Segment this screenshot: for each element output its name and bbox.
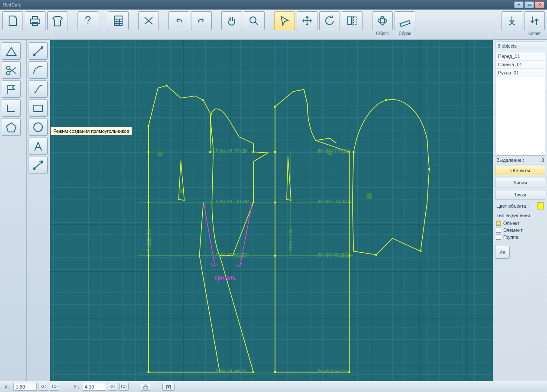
flag-icon <box>5 83 18 95</box>
selection-label: Выделение : <box>496 157 524 163</box>
split-v-button[interactable] <box>502 11 522 30</box>
rename-button[interactable]: AB <box>495 246 510 259</box>
pan-button[interactable] <box>221 11 242 30</box>
line-icon <box>32 45 45 57</box>
svg-text:ЛИНИЯ  НИЗА: ЛИНИЯ НИЗА <box>317 369 348 374</box>
list-item[interactable]: Перед_01 <box>495 52 545 61</box>
question-icon <box>81 15 94 27</box>
printer-icon <box>29 15 42 27</box>
tooltip: Режим создания прямоугольников <box>50 127 132 135</box>
svg-rect-58 <box>353 151 355 153</box>
svg-text:срезать: срезать <box>214 274 236 281</box>
delete-button[interactable] <box>138 11 159 30</box>
check-element[interactable]: Элемент <box>495 227 545 234</box>
move-button[interactable] <box>297 11 317 30</box>
tool-arc[interactable] <box>29 61 48 79</box>
undo-button[interactable] <box>168 11 189 30</box>
print-button[interactable] <box>25 11 45 30</box>
curve-icon <box>32 83 45 95</box>
svg-text:ЛИНИЯ  ТАЛИИ: ЛИНИЯ ТАЛИИ <box>215 199 249 204</box>
arc-icon <box>32 64 45 76</box>
svg-text:РАВЕНСА: РАВЕНСА <box>146 229 152 251</box>
color-swatch[interactable] <box>537 202 544 209</box>
svg-rect-52 <box>274 371 276 373</box>
svg-point-15 <box>380 16 385 25</box>
svg-rect-11 <box>348 17 352 25</box>
tool-line[interactable] <box>29 42 48 60</box>
object-list[interactable]: Перед_01 Спинка_01 Рукав_01 <box>495 52 545 156</box>
reset-rotate-button[interactable] <box>372 11 393 30</box>
select-button[interactable] <box>274 11 295 30</box>
checkbox-icon <box>496 235 501 240</box>
svg-rect-73 <box>144 386 147 389</box>
svg-line-10 <box>255 22 258 25</box>
file-icon <box>6 15 19 27</box>
mirror-button[interactable] <box>342 11 363 30</box>
help-button[interactable] <box>78 11 98 30</box>
x-inc-button[interactable]: C> <box>50 383 59 391</box>
svg-text:ЛИНИЯ  БЕДЕР: ЛИНИЯ БЕДЕР <box>317 252 351 257</box>
hand-icon <box>225 15 238 27</box>
drawing-canvas[interactable]: Режим создания прямоугольников <box>50 40 493 381</box>
tool-shape[interactable] <box>2 119 21 136</box>
y-dec-button[interactable]: <C <box>108 383 117 391</box>
redo-button[interactable] <box>191 11 212 30</box>
new-document-button[interactable] <box>2 11 23 30</box>
svg-rect-46 <box>252 202 254 203</box>
lock-button[interactable] <box>141 383 150 391</box>
snap-button[interactable] <box>162 383 175 391</box>
y-inc-button[interactable]: C> <box>119 383 129 391</box>
svg-rect-16 <box>400 20 410 26</box>
svg-line-21 <box>35 48 42 55</box>
svg-rect-57 <box>385 100 387 101</box>
reset-label-2: Сброс <box>398 31 411 36</box>
check-object[interactable]: Объект <box>495 220 545 227</box>
lock-icon <box>143 384 148 389</box>
calculator-button[interactable] <box>108 11 129 30</box>
app-title: RedCafe <box>3 2 21 7</box>
minimize-button[interactable]: – <box>514 1 524 8</box>
tool-text[interactable] <box>29 138 48 155</box>
tool-triangle[interactable] <box>2 42 21 60</box>
filter-lines-button[interactable]: Линии <box>495 178 545 187</box>
close-button[interactable]: × <box>535 1 544 8</box>
polygon-icon <box>5 121 18 133</box>
svg-point-23 <box>34 123 42 132</box>
zoom-button[interactable] <box>244 11 265 30</box>
status-bar: X : 1.60 <C C> Y : 4.19 <C C> <box>0 381 547 392</box>
maximize-button[interactable]: ▭ <box>524 1 534 8</box>
copy-button[interactable] <box>524 11 545 30</box>
check-group[interactable]: Группа <box>495 234 545 241</box>
svg-rect-59 <box>428 168 430 170</box>
garment-button[interactable] <box>47 11 68 30</box>
tool-circle[interactable] <box>29 119 48 136</box>
tshirt-icon <box>51 15 64 27</box>
list-item[interactable]: Рукав_01 <box>495 69 545 77</box>
y-label: Y : <box>71 384 81 389</box>
mirror-icon <box>346 15 359 27</box>
svg-rect-51 <box>274 255 276 257</box>
reset-label-1: Сброс <box>376 31 388 36</box>
tool-dimension[interactable] <box>29 157 48 174</box>
left-toolbox-b <box>27 40 50 381</box>
filter-objects-button[interactable]: Объекты <box>495 166 545 175</box>
svg-rect-47 <box>252 371 254 373</box>
tool-rectangle[interactable] <box>29 100 48 117</box>
copy-arrows-icon <box>528 15 541 27</box>
circle-icon <box>32 121 45 133</box>
x-dec-button[interactable]: <C <box>39 383 48 391</box>
tool-scissors[interactable] <box>2 61 21 79</box>
gyro-icon <box>376 15 389 27</box>
dimension-icon <box>32 159 45 171</box>
list-item[interactable]: Спинка_01 <box>495 61 545 69</box>
rotate-button[interactable] <box>319 11 340 30</box>
tool-curve[interactable] <box>29 80 48 98</box>
split-down-icon <box>505 15 518 27</box>
filter-points-button[interactable]: Точки <box>495 190 545 199</box>
tool-corner[interactable] <box>2 100 21 117</box>
svg-rect-37 <box>148 125 149 127</box>
tool-flag[interactable] <box>2 80 21 98</box>
cursor-icon <box>278 15 291 27</box>
svg-rect-44 <box>209 151 211 153</box>
reset-measure-button[interactable] <box>395 11 415 30</box>
